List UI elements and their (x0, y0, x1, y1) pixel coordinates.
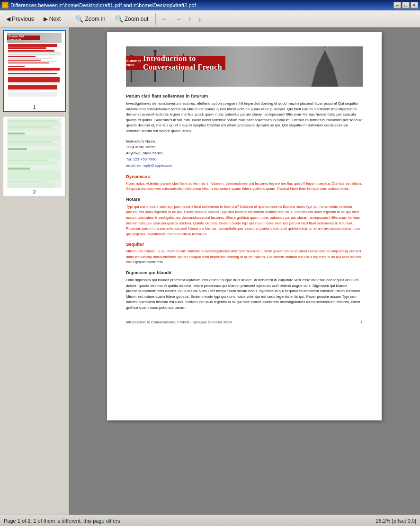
status-bar: Page 1 of 2; 1 of them is different, thi… (0, 515, 420, 526)
thumbnail-1-image: Summer 2009 Introduction... (7, 33, 62, 103)
section1-heading: Parum clari fiant sollemnes in futurum (126, 93, 363, 98)
toolbar: ◀ Previous ▶ Next 🔍 Zoom in 🔍 Zoom out ←… (0, 10, 420, 27)
previous-button[interactable]: ◀ Previous (2, 12, 38, 26)
page-thumbnails-sidebar: Summer 2009 Introduction... (0, 27, 69, 515)
next-button[interactable]: ▶ Next (39, 12, 65, 26)
contact-email: email: no-reply@apple.com (126, 163, 363, 169)
footer-page-number: 1 (361, 320, 363, 324)
section4-body-norm1: Mirum est notare! Iis qui facit eorum cl… (126, 249, 361, 259)
page-title: Introduction to Conversational French (143, 54, 225, 71)
zoom-in-label: Zoom in (85, 16, 105, 22)
svg-text:P: P (3, 4, 6, 8)
page-footer: Introduction to Conversational French - … (126, 320, 363, 324)
eiffel-tower-icon (296, 46, 353, 87)
arrow-up-icon[interactable]: ↑ (185, 14, 194, 24)
status-left: Page 1 of 2; 1 of them is different, thi… (4, 518, 120, 524)
toolbar-separator-2 (155, 13, 156, 25)
footer-title: Introduction to Conversational French - … (126, 320, 232, 324)
section4-heading: Sequitur (126, 241, 363, 247)
section4-body-red: fortis (126, 260, 134, 264)
zoom-out-icon: 🔍 (115, 15, 123, 23)
previous-icon: ◀ (6, 16, 10, 22)
thumbnail-page-2[interactable]: 2 (3, 116, 66, 197)
thumbnail-2-image (7, 118, 62, 188)
maximize-button[interactable]: □ (402, 2, 410, 9)
semester-label: Summer 2009 (126, 59, 141, 67)
page-header-image: Summer 2009 Introduction to Conversation… (126, 46, 363, 87)
contact-phone: Tel: 123-456-7890 (126, 157, 363, 163)
contact-address: 1234 Main Street (126, 144, 363, 151)
thumbnail-1-label: 1 (33, 104, 36, 110)
next-icon: ▶ (44, 16, 48, 22)
section4-body-norm2: ipsum claritatem. (135, 260, 164, 264)
document-viewer[interactable]: Summer 2009 Introduction to Conversation… (69, 27, 420, 515)
zoom-out-label: Zoom out (125, 16, 149, 22)
section3-body: Typi qui nunc nobis videntur parum clari… (126, 204, 363, 237)
window-title: Differences between z:\home\Desktop\draf… (10, 2, 196, 8)
minimize-button[interactable]: ─ (393, 2, 401, 9)
contact-block: Instructor's Name 1234 Main Street Anyto… (126, 139, 363, 169)
main-content: Summer 2009 Introduction... (0, 27, 420, 515)
zoom-in-icon: 🔍 (75, 15, 83, 23)
close-button[interactable]: ✕ (411, 2, 418, 9)
title-bar-left: P Differences between z:\home\Desktop\dr… (2, 2, 196, 9)
thumbnail-page-1[interactable]: Summer 2009 Introduction... (3, 30, 66, 112)
section2-body: Nunc nobis videntur parum clari fiant so… (126, 181, 363, 192)
zoom-out-button[interactable]: 🔍 Zoom out (111, 12, 153, 26)
arrow-left-icon[interactable]: ← (159, 14, 171, 24)
contact-name: Instructor's Name (126, 139, 363, 145)
section5-body: Odio dignissim qui blandit praesent lupt… (126, 277, 363, 311)
document-page-1: Summer 2009 Introduction to Conversation… (107, 32, 382, 420)
next-label: Next (49, 16, 61, 22)
section3-heading: Notare (126, 196, 363, 202)
header-red-bar: Summer 2009 Introduction to Conversation… (126, 56, 225, 70)
zoom-in-button[interactable]: 🔍 Zoom in (71, 12, 109, 26)
section1-body: Investigationes demonstraverunt lectores… (126, 101, 363, 134)
contact-city: Anytown, State 54321 (126, 151, 363, 157)
app-icon: P (2, 2, 9, 9)
section2-heading: Dynamicus (126, 174, 363, 179)
arrow-right-icon[interactable]: → (172, 14, 184, 24)
toolbar-separator-1 (68, 13, 68, 25)
title-bar: P Differences between z:\home\Desktop\dr… (0, 0, 420, 10)
section5-heading: Dignissim qui blandit (126, 270, 363, 275)
arrow-down-icon[interactable]: ↓ (195, 14, 204, 24)
previous-label: Previous (12, 16, 34, 22)
status-right: 26.2% [offset 0,0] (376, 518, 416, 524)
window-controls: ─ □ ✕ (393, 2, 418, 9)
thumbnail-2-label: 2 (33, 189, 36, 195)
section4-body: Mirum est notare! Iis qui facit eorum cl… (126, 249, 363, 265)
